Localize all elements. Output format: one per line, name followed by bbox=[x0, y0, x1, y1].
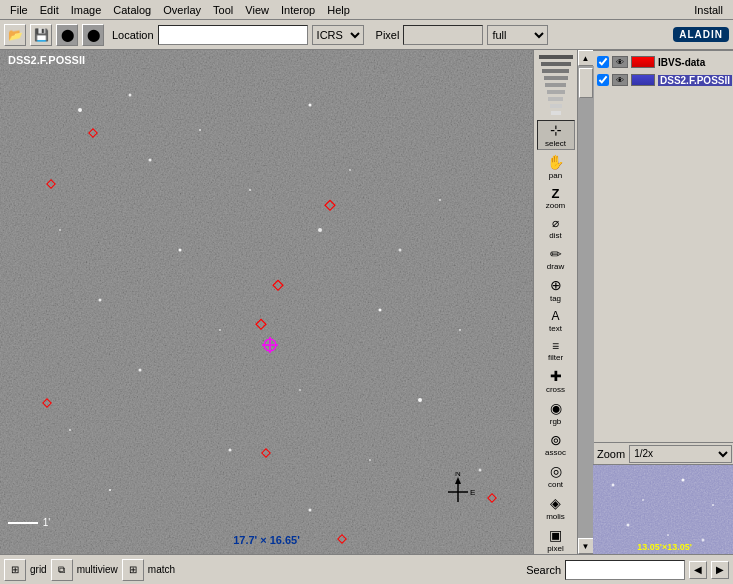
svg-point-12 bbox=[59, 229, 61, 231]
image-area[interactable]: DSS2.F.POSSII bbox=[0, 50, 533, 554]
search-label: Search bbox=[526, 564, 561, 576]
menu-interop[interactable]: Interop bbox=[275, 2, 321, 18]
tool-cont[interactable]: ◎ cont bbox=[537, 461, 575, 491]
menu-image[interactable]: Image bbox=[65, 2, 108, 18]
zoom-bar: Zoom 1/2x 1/4x 1x 2x 4x 8x bbox=[593, 442, 733, 464]
scroll-up-btn[interactable]: ▲ bbox=[578, 50, 594, 66]
svg-point-51 bbox=[667, 534, 669, 536]
layer-eye-ibvs[interactable]: 👁 bbox=[612, 56, 628, 68]
svg-point-11 bbox=[399, 249, 402, 252]
zoom-level-5[interactable] bbox=[545, 83, 566, 87]
scrollbar-track[interactable] bbox=[578, 66, 594, 538]
search-next-btn[interactable]: ▶ bbox=[711, 561, 729, 579]
zoom-select[interactable]: 1/2x 1/4x 1x 2x 4x 8x bbox=[629, 445, 732, 463]
svg-point-52 bbox=[702, 539, 705, 542]
tool-tag[interactable]: ⊕ tag bbox=[537, 275, 575, 305]
tool-dist[interactable]: ⌀ dist bbox=[537, 214, 575, 241]
svg-point-49 bbox=[712, 504, 714, 506]
svg-point-4 bbox=[199, 129, 201, 131]
pixel-input[interactable] bbox=[403, 25, 483, 45]
svg-point-46 bbox=[612, 484, 615, 487]
btn3[interactable]: ⬤ bbox=[56, 24, 78, 46]
layer-name-ibvs: IBVS-data bbox=[658, 57, 705, 68]
multiview-label: multiview bbox=[77, 564, 118, 575]
zoom-level-1[interactable] bbox=[539, 55, 573, 59]
layer-checkbox-dss[interactable] bbox=[597, 74, 609, 86]
tool-select[interactable]: ⊹ select bbox=[537, 120, 575, 150]
statusbar: ⊞ grid ⧉ multiview ⊞ match Search ◀ ▶ bbox=[0, 554, 733, 584]
zoom-level-3[interactable] bbox=[542, 69, 569, 73]
zoom-level-4[interactable] bbox=[544, 76, 568, 80]
svg-point-19 bbox=[299, 389, 301, 391]
menu-tool[interactable]: Tool bbox=[207, 2, 239, 18]
scroll-down-btn[interactable]: ▼ bbox=[578, 538, 594, 554]
layer-item-dss[interactable]: 👁 DSS2.F.POSSII bbox=[595, 71, 733, 89]
svg-point-7 bbox=[149, 159, 152, 162]
layer-eye-dss[interactable]: 👁 bbox=[612, 74, 628, 86]
location-input[interactable] bbox=[158, 25, 308, 45]
svg-point-9 bbox=[179, 249, 182, 252]
menu-view[interactable]: View bbox=[239, 2, 275, 18]
zoom-level-2[interactable] bbox=[541, 62, 571, 66]
svg-marker-40 bbox=[455, 477, 461, 484]
layers-area: 👁 IBVS-data 👁 DSS2.F.POSSII bbox=[593, 50, 733, 554]
search-input[interactable] bbox=[565, 560, 685, 580]
coord-select[interactable]: ICRS GAL SGAL bbox=[312, 25, 364, 45]
open-button[interactable]: 📂 bbox=[4, 24, 26, 46]
tool-filter[interactable]: ≡ filter bbox=[537, 337, 575, 364]
menu-edit[interactable]: Edit bbox=[34, 2, 65, 18]
btn4[interactable]: ⬤ bbox=[82, 24, 104, 46]
tool-pan[interactable]: ✋ pan bbox=[537, 152, 575, 182]
tool-molis[interactable]: ◈ molis bbox=[537, 493, 575, 523]
svg-point-5 bbox=[309, 104, 312, 107]
tool-cross[interactable]: ✚ cross bbox=[537, 366, 575, 396]
layer-color-ibvs bbox=[631, 56, 655, 68]
layer-name-dss: DSS2.F.POSSII bbox=[658, 75, 732, 86]
multiview-icon[interactable]: ⧉ bbox=[51, 559, 73, 581]
zoom-level-6[interactable] bbox=[547, 90, 565, 94]
main-area: DSS2.F.POSSII bbox=[0, 50, 733, 554]
preview-coords: 13.05'×13.05' bbox=[637, 542, 692, 552]
zoom-level-7[interactable] bbox=[548, 97, 563, 101]
svg-point-26 bbox=[309, 509, 312, 512]
svg-point-16 bbox=[379, 309, 382, 312]
image-dimensions: 17.7' × 16.65' bbox=[233, 534, 300, 546]
zoom-level-8[interactable] bbox=[550, 104, 562, 108]
tool-zoom[interactable]: Z zoom bbox=[537, 184, 575, 213]
main-scrollbar[interactable]: ▲ ▼ bbox=[577, 50, 593, 554]
menu-overlay[interactable]: Overlay bbox=[157, 2, 207, 18]
svg-text:E: E bbox=[470, 488, 475, 497]
grid-icon[interactable]: ⊞ bbox=[4, 559, 26, 581]
search-prev-btn[interactable]: ◀ bbox=[689, 561, 707, 579]
svg-point-2 bbox=[78, 108, 82, 112]
svg-point-10 bbox=[318, 228, 322, 232]
svg-point-3 bbox=[129, 94, 132, 97]
scale-line bbox=[8, 522, 38, 524]
tool-draw[interactable]: ✏ draw bbox=[537, 244, 575, 274]
tool-assoc[interactable]: ⊚ assoc bbox=[537, 430, 575, 460]
svg-point-47 bbox=[642, 499, 644, 501]
svg-point-50 bbox=[627, 524, 630, 527]
tool-rgb[interactable]: ◉ rgb bbox=[537, 398, 575, 428]
scrollbar-thumb[interactable] bbox=[579, 68, 593, 98]
svg-point-14 bbox=[99, 299, 102, 302]
tool-text[interactable]: A text bbox=[537, 307, 575, 334]
layer-item-ibvs[interactable]: 👁 IBVS-data bbox=[595, 53, 733, 71]
zoom-strip bbox=[539, 52, 573, 118]
svg-point-21 bbox=[69, 429, 71, 431]
menu-help[interactable]: Help bbox=[321, 2, 356, 18]
menu-file[interactable]: File bbox=[4, 2, 34, 18]
image-title: DSS2.F.POSSII bbox=[8, 54, 85, 66]
save-button[interactable]: 💾 bbox=[30, 24, 52, 46]
right-side: ⊹ select ✋ pan Z zoom ⌀ dist ✏ draw ⊕ ta… bbox=[533, 50, 733, 554]
match-icon[interactable]: ⊞ bbox=[122, 559, 144, 581]
scale-select[interactable]: full minmax 99.5% 98% bbox=[487, 25, 548, 45]
zoom-label: Zoom bbox=[597, 448, 625, 460]
svg-text:N: N bbox=[455, 472, 461, 478]
svg-point-6 bbox=[349, 169, 351, 171]
menu-catalog[interactable]: Catalog bbox=[107, 2, 157, 18]
svg-rect-45 bbox=[593, 465, 733, 554]
zoom-level-9[interactable] bbox=[551, 111, 561, 115]
layer-checkbox-ibvs[interactable] bbox=[597, 56, 609, 68]
tool-pixel[interactable]: ▣ pixel bbox=[537, 525, 575, 554]
